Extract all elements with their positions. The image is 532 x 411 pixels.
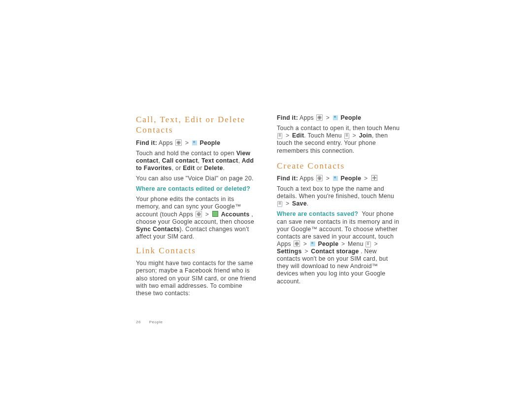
- edit: Edit: [292, 132, 304, 139]
- apps-icon: [294, 240, 300, 247]
- menu-text: Menu: [348, 240, 364, 247]
- page-number: 26: [136, 320, 141, 324]
- p-type-name-save: Touch a text box to type the name and de…: [277, 185, 400, 207]
- text: or: [195, 165, 204, 171]
- join: Join: [359, 132, 372, 139]
- sync-contacts: Sync Contacts: [136, 226, 180, 233]
- text: ,: [158, 157, 162, 164]
- chevron-right-icon: >: [326, 114, 330, 121]
- chevron-right-icon: >: [326, 175, 330, 182]
- text: .: [223, 165, 225, 171]
- delete: Delete: [204, 165, 223, 171]
- find-it-line-3: Find it: Apps > People >: [277, 175, 400, 182]
- text: , or: [172, 165, 183, 171]
- heading-create-contacts: Create Contacts: [277, 161, 400, 171]
- contact-storage: Contact storage: [311, 248, 359, 255]
- text: ,: [198, 157, 201, 164]
- chevron-right-icon: >: [341, 240, 345, 247]
- chevron-right-icon: >: [374, 240, 377, 247]
- call-contact: Call contact: [162, 157, 198, 164]
- heading-link-contacts: Link Contacts: [136, 245, 259, 256]
- apps-icon: [316, 114, 323, 121]
- menu-icon: [277, 133, 282, 139]
- right-column: Find it: Apps > People Touch a contact t…: [277, 114, 400, 411]
- find-it-label: Find it:: [277, 175, 298, 182]
- p-where-saved: Where are contacts saved? Your phone can…: [277, 210, 400, 285]
- find-it-line-2: Find it: Apps > People: [277, 114, 400, 122]
- chevron-right-icon: >: [205, 211, 209, 218]
- chevron-right-icon: >: [364, 175, 367, 182]
- question-text: Where are contacts edited or deleted?: [136, 185, 250, 192]
- people-icon: [192, 140, 197, 145]
- text-contact: Text contact: [201, 157, 238, 164]
- apps-icon: [175, 139, 182, 146]
- text: Touch a text box to type the name and de…: [277, 185, 394, 200]
- chevron-right-icon: >: [286, 132, 289, 139]
- settings: Settings: [277, 248, 301, 255]
- q-where-edited: Where are contacts edited or deleted?: [136, 185, 259, 193]
- chevron-right-icon: >: [304, 248, 308, 255]
- people-text: People: [341, 175, 362, 182]
- accounts-text: Accounts: [221, 211, 250, 218]
- edit: Edit: [183, 165, 195, 171]
- apps-text: Apps: [299, 114, 314, 121]
- p-touch-open-edit-join: Touch a contact to open it, then touch M…: [277, 125, 400, 155]
- heading-call-text-edit-delete: Call, Text, Edit or Delete Contacts: [136, 114, 259, 136]
- apps-text: Apps: [159, 139, 173, 146]
- text: Touch a contact to open it, then touch M…: [277, 125, 399, 132]
- footer-section: People: [149, 320, 163, 324]
- menu-icon: [344, 133, 349, 139]
- menu-icon: [277, 201, 282, 207]
- page-footer: 26 People: [136, 320, 163, 324]
- save: Save: [292, 200, 307, 207]
- people-icon: [310, 241, 315, 246]
- people-text: People: [200, 139, 221, 146]
- p-voice-dial: You can also use "Voice Dial" on page 20…: [136, 175, 259, 182]
- text: ,: [238, 157, 241, 164]
- apps-text: Apps: [299, 175, 314, 182]
- people-icon: [333, 115, 338, 120]
- people-text: People: [341, 114, 362, 121]
- left-column: Call, Text, Edit or Delete Contacts Find…: [136, 114, 259, 411]
- people-icon: [333, 176, 338, 181]
- find-it-label: Find it:: [277, 114, 298, 121]
- manual-page: Call, Text, Edit or Delete Contacts Find…: [0, 0, 532, 411]
- chevron-right-icon: >: [185, 139, 189, 146]
- text: .: [307, 200, 309, 207]
- p-link-intro: You might have two contacts for the same…: [136, 260, 259, 297]
- find-it-line-1: Find it: Apps > People: [136, 139, 259, 147]
- text: Touch and hold the contact to open: [136, 150, 236, 157]
- p-touch-hold: Touch and hold the contact to open View …: [136, 150, 259, 172]
- chevron-right-icon: >: [286, 200, 289, 207]
- chevron-right-icon: >: [353, 132, 356, 139]
- apps-icon: [196, 211, 202, 217]
- text: . Touch Menu: [304, 132, 342, 139]
- question-text: Where are contacts saved?: [277, 210, 358, 217]
- find-it-label: Find it:: [136, 139, 157, 146]
- accounts-icon: [212, 211, 218, 217]
- add-plus-icon: [371, 175, 377, 181]
- people-text: People: [318, 240, 338, 247]
- menu-icon: [366, 241, 370, 247]
- p-sync-google: Your phone edits the contacts in its mem…: [136, 196, 259, 240]
- chevron-right-icon: >: [303, 240, 307, 247]
- apps-icon: [316, 175, 323, 181]
